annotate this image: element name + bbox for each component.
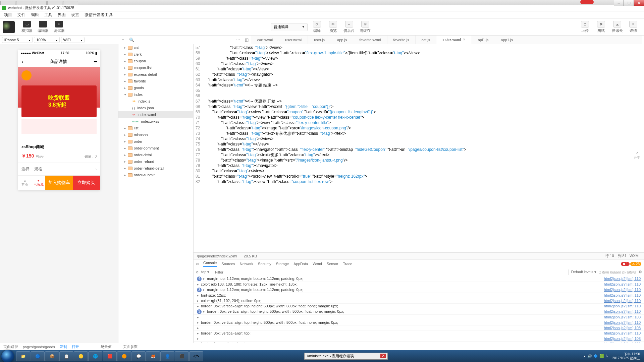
console-log-row[interactable]: ▸html2json.js? [sm]:103 bbox=[194, 315, 644, 320]
code-line[interactable] bbox=[203, 88, 644, 93]
code-line[interactable]: "t-attr">class="t-tag"><view "t-attr">wx… bbox=[203, 104, 644, 109]
taskbar-item[interactable]: 📁 bbox=[16, 351, 30, 361]
toolbar-编译[interactable]: ⟳编译 bbox=[309, 20, 325, 35]
tree-folder-cat[interactable]: ▸cat bbox=[118, 44, 193, 51]
tree-folder-order-refund[interactable]: ▸order-refund bbox=[118, 158, 193, 165]
source-link[interactable]: html2json.js? [sm]:110 bbox=[604, 342, 641, 343]
source-link[interactable]: html2json.js? [sm]:110 bbox=[604, 304, 641, 308]
editor-tab-app.js[interactable]: app.js bbox=[331, 36, 353, 44]
device-model-select[interactable]: iPhone 5▾ bbox=[2, 37, 33, 43]
start-button[interactable] bbox=[1, 350, 14, 362]
devtools-toggle-icon[interactable]: ⎚ bbox=[196, 262, 199, 266]
expand-icon[interactable]: ▸ bbox=[197, 299, 201, 303]
device-zoom-select[interactable]: 100%▾ bbox=[34, 37, 59, 43]
more-options-icon[interactable]: ⋯ bbox=[235, 37, 241, 43]
console-log-row[interactable]: ▸color: rgb(108, 108, 108); font-size: 1… bbox=[194, 282, 644, 287]
menu-file[interactable]: 文件 bbox=[15, 12, 28, 18]
editor-tab-user.wxml[interactable]: user.wxml bbox=[279, 36, 308, 44]
tree-folder-coupon-list[interactable]: ▸coupon-list bbox=[118, 64, 193, 71]
editor-tab-favorite.js[interactable]: favorite.js bbox=[387, 36, 416, 44]
warning-badge[interactable]: ⚠ 23 bbox=[630, 262, 641, 266]
device-network-select[interactable]: WiFi▾ bbox=[61, 37, 85, 43]
spec-selector[interactable]: 选择 规格 › bbox=[18, 163, 100, 176]
toolbar-测试[interactable]: ⚑测试 bbox=[593, 20, 609, 35]
code-line[interactable]: "t-attr">class="t-tag"></navigator> bbox=[203, 163, 644, 168]
tray-icons[interactable]: 🔊🔷🟩⚐ bbox=[587, 354, 610, 359]
editor-tab-cat.js[interactable]: cat.js bbox=[416, 36, 437, 44]
menu-tools[interactable]: 工具 bbox=[42, 12, 55, 18]
code-line[interactable]: "t-attr">class="t-cmt"><!-- 优惠券 开始 --> bbox=[203, 99, 644, 104]
expand-icon[interactable]: ▸ bbox=[197, 337, 201, 341]
console-filter-input[interactable] bbox=[215, 270, 565, 274]
code-line[interactable]: "t-attr">class="t-tag"><navigator "t-att… bbox=[203, 147, 644, 152]
close-icon[interactable]: ✕ bbox=[463, 38, 466, 41]
tree-folder-order[interactable]: ▸order bbox=[118, 138, 193, 145]
console-log-row[interactable]: 3▸margin-top: 1.12em; margin-bottom: 1.1… bbox=[194, 287, 644, 293]
system-clock[interactable]: 下午 17:50 2017/10/25 星期三 bbox=[612, 352, 640, 360]
compile-mode-dropdown[interactable]: 普通编译 ▼ bbox=[271, 23, 308, 31]
taskbar-item[interactable]: ⬛ bbox=[175, 351, 189, 361]
dialog-close-icon[interactable]: ✕ bbox=[380, 354, 386, 358]
tree-folder-express-detail[interactable]: ▸express-detail bbox=[118, 71, 193, 78]
taskbar-item[interactable]: 🟥 bbox=[103, 351, 117, 361]
browser-tab[interactable] bbox=[0, 1, 15, 5]
source-link[interactable]: html2json.js? [sm]:103 bbox=[604, 337, 641, 341]
tree-folder-order-comment[interactable]: ▸order-comment bbox=[118, 145, 193, 152]
devtools-tab-trace[interactable]: Trace bbox=[343, 262, 353, 266]
expand-icon[interactable]: ▸ bbox=[197, 315, 201, 319]
tree-file-index.js[interactable]: JSindex.js bbox=[118, 98, 193, 105]
error-badge[interactable]: ✖ 1 bbox=[621, 262, 630, 266]
tree-folder-goods[interactable]: ▸goods bbox=[118, 84, 193, 91]
toolbar-腾讯云[interactable]: ☁腾讯云 bbox=[609, 20, 625, 35]
expand-icon[interactable]: ▸ bbox=[203, 277, 207, 281]
menu-view[interactable]: 界面 bbox=[55, 12, 68, 18]
devtools-tab-wxml[interactable]: Wxml bbox=[313, 262, 322, 266]
tray-expand-icon[interactable]: ▴ bbox=[584, 354, 585, 358]
devtools-tab-network[interactable]: Network bbox=[240, 262, 253, 266]
code-line[interactable]: "t-attr">class="t-tag"><view "t-attr">cl… bbox=[203, 115, 644, 120]
menu-devtools[interactable]: 微信开发者工具 bbox=[82, 12, 115, 18]
log-levels-select[interactable]: Default levels ▾ bbox=[571, 270, 596, 274]
browser-tab[interactable] bbox=[47, 1, 62, 5]
expand-icon[interactable]: ▸ bbox=[203, 288, 207, 292]
code-line[interactable]: "t-attr">class="t-tag"></view> bbox=[203, 77, 644, 82]
source-link[interactable]: html2json.js? [sm]:110 bbox=[604, 299, 641, 303]
code-line[interactable]: "t-attr">class="t-cmt"><!-- 专题 结束 --> bbox=[203, 82, 644, 88]
source-link[interactable]: html2json.js? [sm]:110 bbox=[604, 309, 641, 314]
taskbar-item[interactable]: 📋 bbox=[59, 351, 73, 361]
toolbar-模拟器[interactable]: ▭模拟器 bbox=[19, 20, 35, 35]
console-log-row[interactable]: ▸border: 0px; vertical-align: top; heigh… bbox=[194, 320, 644, 325]
taskbar-item[interactable]: 👤 bbox=[160, 351, 174, 361]
tree-file-index.json[interactable]: { }index.json bbox=[118, 105, 193, 111]
code-line[interactable]: "t-attr">class="t-tag"></view> bbox=[203, 141, 644, 147]
devtools-tab-appdata[interactable]: AppData bbox=[293, 262, 308, 266]
editor-tab-cart.wxml[interactable]: cart.wxml bbox=[251, 36, 279, 44]
code-line[interactable]: "t-attr">class="t-tag"><view "t-attr">cl… bbox=[203, 109, 644, 115]
source-link[interactable]: html2json.js? [sm]:110 bbox=[604, 293, 641, 298]
window-close-button[interactable]: ✕ bbox=[634, 0, 644, 6]
buy-now-button[interactable]: 立即购买 bbox=[73, 176, 100, 190]
tree-folder-index[interactable]: ▾index bbox=[118, 91, 193, 98]
tree-folder-clerk[interactable]: ▸clerk bbox=[118, 51, 193, 58]
expand-icon[interactable]: ▸ bbox=[197, 282, 201, 287]
expand-icon[interactable]: ▸ bbox=[197, 342, 201, 343]
console-log-row[interactable]: ▸color: rgb(51, 102, 204); outline: 0px;… bbox=[194, 298, 644, 304]
editor-tab-api1.js[interactable]: api1.js bbox=[472, 36, 495, 44]
code-line[interactable]: "t-attr">class="t-tag"><image "t-attr">s… bbox=[203, 158, 644, 163]
expand-icon[interactable]: ▸ bbox=[197, 331, 201, 336]
taskbar-item[interactable]: 📦 bbox=[45, 351, 59, 361]
source-link[interactable]: html2json.js? [sm]:110 bbox=[604, 320, 641, 325]
source-link[interactable]: html2json.js? [sm]:103 bbox=[604, 326, 641, 330]
code-line[interactable]: "t-attr">class="t-tag"><text>更多"t-attr">… bbox=[203, 152, 644, 158]
console-log-row[interactable]: ▸html2json.js? [sm]:103 bbox=[194, 336, 644, 342]
tree-file-index.wxss[interactable]: wxssindex.wxss bbox=[118, 118, 193, 125]
expand-icon[interactable]: ▸ bbox=[197, 304, 201, 308]
taskbar-item[interactable]: </> bbox=[189, 351, 203, 361]
editor-tab-user.js[interactable]: user.js bbox=[308, 36, 331, 44]
code-line[interactable]: "t-attr">class="t-tag"></view> bbox=[203, 66, 644, 72]
devtools-tab-security[interactable]: Security bbox=[258, 262, 271, 266]
menu-edit[interactable]: 编辑 bbox=[28, 12, 42, 18]
console-log-row[interactable]: ▸html2json.js? [sm]:103 bbox=[194, 325, 644, 331]
expand-icon[interactable]: ▸ bbox=[197, 320, 201, 325]
source-link[interactable]: html2json.js? [sm]:110 bbox=[604, 282, 641, 287]
